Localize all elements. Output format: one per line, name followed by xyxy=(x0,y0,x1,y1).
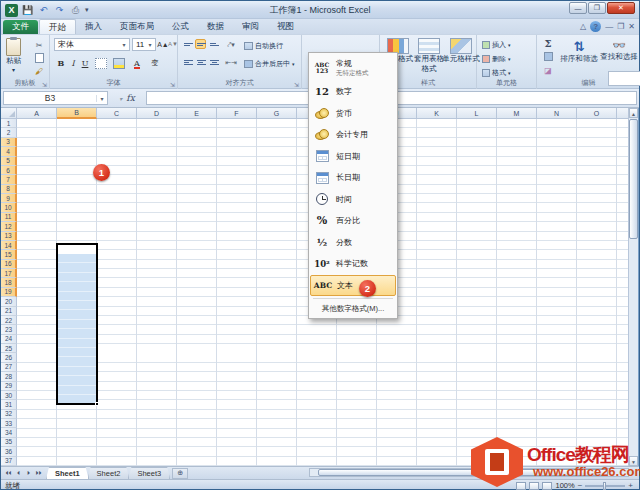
row-header-20[interactable]: 20 xyxy=(1,297,17,306)
row-header-30[interactable]: 30 xyxy=(1,391,17,400)
insert-worksheet-icon[interactable]: ⊕ xyxy=(172,468,188,479)
fill-color-button[interactable] xyxy=(112,57,126,69)
copy-button[interactable] xyxy=(32,52,46,64)
scroll-up-icon[interactable]: ▲ xyxy=(629,108,638,118)
row-header-25[interactable]: 25 xyxy=(1,344,17,353)
borders-button[interactable] xyxy=(94,57,108,69)
underline-button[interactable]: U xyxy=(78,57,92,69)
align-top-button[interactable] xyxy=(182,39,193,49)
row-header-12[interactable]: 12 xyxy=(1,222,17,231)
sheet-tab-Sheet1[interactable]: Sheet1 xyxy=(46,467,89,479)
ribbon-tab-数据[interactable]: 数据 xyxy=(198,19,233,34)
indent-buttons[interactable]: ⇤⇥ xyxy=(224,57,238,69)
column-header-E[interactable]: E xyxy=(177,108,217,119)
row-header-37[interactable]: 37 xyxy=(1,457,17,466)
delete-cells-button[interactable]: 删除▾ xyxy=(482,54,511,64)
sheet-tab-Sheet3[interactable]: Sheet3 xyxy=(128,467,170,479)
row-header-34[interactable]: 34 xyxy=(1,428,17,437)
menu-item-more-formats[interactable]: 其他数字格式(M)... xyxy=(310,301,396,316)
fill-button[interactable] xyxy=(541,50,555,62)
row-header-2[interactable]: 2 xyxy=(1,128,17,137)
row-header-26[interactable]: 26 xyxy=(1,353,17,362)
insert-cells-button[interactable]: 插入▾ xyxy=(482,40,511,50)
font-dialog-launcher-icon[interactable]: ⇲ xyxy=(170,81,175,88)
last-sheet-icon[interactable]: ⏵⏵ xyxy=(34,470,43,477)
row-header-27[interactable]: 27 xyxy=(1,363,17,372)
row-header-7[interactable]: 7 xyxy=(1,175,17,184)
format-as-table-button[interactable]: 套用表格 格式 xyxy=(414,38,444,74)
font-name-combo[interactable]: 宋体▾ xyxy=(54,38,130,51)
align-center-button[interactable] xyxy=(195,57,206,67)
ribbon-tab-审阅[interactable]: 审阅 xyxy=(233,19,268,34)
row-header-15[interactable]: 15 xyxy=(1,250,17,259)
row-header-21[interactable]: 21 xyxy=(1,307,17,316)
wrap-text-button[interactable]: 自动换行 xyxy=(244,41,283,51)
minimize-button[interactable]: — xyxy=(569,2,587,14)
next-sheet-icon[interactable]: ⏵ xyxy=(24,470,33,477)
row-header-8[interactable]: 8 xyxy=(1,185,17,194)
workbook-minimize-icon[interactable]: — xyxy=(605,22,613,31)
ribbon-tab-文件[interactable]: 文件 xyxy=(3,20,38,35)
column-header-D[interactable]: D xyxy=(137,108,177,119)
merge-center-button[interactable]: 合并后居中▾ xyxy=(244,59,295,69)
menu-item-fraction[interactable]: ½分数 xyxy=(310,232,396,254)
column-header-B[interactable]: B xyxy=(57,108,97,119)
column-header-M[interactable]: M xyxy=(497,108,537,119)
name-box-dropdown-icon[interactable]: ▾ xyxy=(96,95,107,102)
row-header-31[interactable]: 31 xyxy=(1,400,17,409)
column-header-C[interactable]: C xyxy=(97,108,137,119)
row-header-35[interactable]: 35 xyxy=(1,438,17,447)
clear-button[interactable]: ◪ xyxy=(541,64,555,76)
row-header-22[interactable]: 22 xyxy=(1,316,17,325)
row-header-10[interactable]: 10 xyxy=(1,203,17,212)
menu-item-general[interactable]: ABC 123常规无特定格式 xyxy=(310,55,396,81)
prev-sheet-icon[interactable]: ⏴ xyxy=(14,470,23,477)
menu-item-time[interactable]: 时间 xyxy=(310,189,396,211)
row-header-16[interactable]: 16 xyxy=(1,260,17,269)
row-header-4[interactable]: 4 xyxy=(1,147,17,156)
row-header-24[interactable]: 24 xyxy=(1,335,17,344)
menu-item-long-date[interactable]: 长日期 xyxy=(310,167,396,189)
column-header-A[interactable]: A xyxy=(17,108,57,119)
ribbon-tab-开始[interactable]: 开始 xyxy=(39,19,76,34)
column-header-K[interactable]: K xyxy=(417,108,457,119)
vertical-scroll-thumb[interactable] xyxy=(629,119,638,239)
row-header-1[interactable]: 1 xyxy=(1,119,17,128)
alignment-dialog-launcher-icon[interactable]: ⇲ xyxy=(294,81,299,88)
row-header-6[interactable]: 6 xyxy=(1,166,17,175)
title-bar[interactable]: X 💾 ↶ ↷ ⎙ ▾ 工作簿1 - Microsoft Excel — ❐ ✕ xyxy=(1,1,639,19)
row-header-9[interactable]: 9 xyxy=(1,194,17,203)
row-header-33[interactable]: 33 xyxy=(1,419,17,428)
selection-box[interactable] xyxy=(56,243,98,405)
align-middle-button[interactable] xyxy=(195,39,206,49)
help-icon[interactable]: ? xyxy=(590,21,601,32)
first-sheet-icon[interactable]: ⏴⏴ xyxy=(4,470,13,477)
row-header-3[interactable]: 3 xyxy=(1,138,17,147)
align-bottom-button[interactable] xyxy=(208,39,219,49)
ribbon-tab-视图[interactable]: 视图 xyxy=(268,19,303,34)
row-header-13[interactable]: 13 xyxy=(1,232,17,241)
format-painter-button[interactable]: 🖌 xyxy=(32,65,46,77)
menu-item-text[interactable]: ABC文本 xyxy=(310,275,396,297)
row-header-36[interactable]: 36 xyxy=(1,447,17,456)
align-right-button[interactable] xyxy=(208,57,219,67)
fx-icon[interactable]: fx xyxy=(126,93,134,103)
column-header-G[interactable]: G xyxy=(257,108,297,119)
column-header-L[interactable]: L xyxy=(457,108,497,119)
sheet-tab-Sheet2[interactable]: Sheet2 xyxy=(88,467,130,479)
workbook-restore-icon[interactable]: ❐ xyxy=(617,22,624,31)
row-header-11[interactable]: 11 xyxy=(1,213,17,222)
font-color-button[interactable]: A xyxy=(130,57,144,69)
row-header-29[interactable]: 29 xyxy=(1,382,17,391)
clipboard-dialog-launcher-icon[interactable]: ⇲ xyxy=(42,81,47,88)
menu-item-accounting[interactable]: 会计专用 xyxy=(310,124,396,146)
orientation-button[interactable]: ⤤▾ xyxy=(224,39,238,51)
ribbon-tab-页面布局[interactable]: 页面布局 xyxy=(111,19,163,34)
font-size-combo[interactable]: 11▾ xyxy=(132,38,156,51)
ribbon-tab-插入[interactable]: 插入 xyxy=(76,19,111,34)
name-box[interactable]: B3 ▾ xyxy=(3,91,108,105)
column-header-N[interactable]: N xyxy=(537,108,577,119)
column-header-O[interactable]: O xyxy=(577,108,617,119)
ribbon-tab-公式[interactable]: 公式 xyxy=(163,19,198,34)
format-cells-button[interactable]: 格式▾ xyxy=(482,68,511,78)
